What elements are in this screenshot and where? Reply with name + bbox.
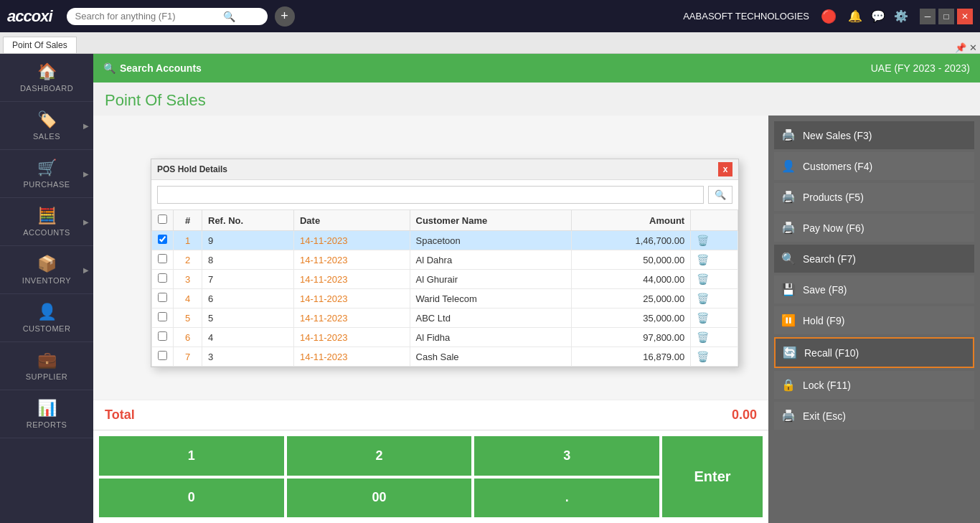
pos-hold-modal: POS Hold Details x 🔍 # bbox=[151, 159, 739, 367]
modal-close-button[interactable]: x bbox=[718, 162, 732, 176]
btn-label: New Sales (F3) bbox=[803, 130, 872, 141]
logo: accoxi bbox=[7, 7, 52, 26]
table-row[interactable]: 6 4 14-11-2023 Al Fidha 97,800.00 🗑️ bbox=[152, 328, 738, 347]
tab-close-button[interactable]: ✕ bbox=[969, 42, 977, 53]
add-button[interactable]: + bbox=[275, 6, 295, 27]
message-icon[interactable]: 💬 bbox=[871, 9, 885, 23]
row-delete-cell[interactable]: 🗑️ bbox=[691, 289, 738, 308]
row-checkbox[interactable] bbox=[158, 273, 167, 283]
search-f7-button[interactable]: 🔍Search (F7) bbox=[774, 245, 974, 273]
modal-title-bar: POS Hold Details x bbox=[151, 159, 738, 180]
delete-button[interactable]: 🗑️ bbox=[697, 235, 709, 246]
select-all-checkbox[interactable] bbox=[158, 215, 167, 224]
row-date: 14-11-2023 bbox=[293, 250, 410, 270]
modal-search-input[interactable] bbox=[157, 186, 704, 204]
table-row[interactable]: 4 6 14-11-2023 Warid Telecom 25,000.00 🗑… bbox=[152, 289, 738, 308]
row-checkbox[interactable] bbox=[158, 312, 167, 321]
notification-icon[interactable]: 🔔 bbox=[848, 9, 862, 23]
delete-button[interactable]: 🗑️ bbox=[697, 312, 709, 324]
lock-f11-button[interactable]: 🔒Lock (F11) bbox=[774, 371, 974, 399]
col-checkbox bbox=[152, 210, 174, 231]
btn-icon: 🖨️ bbox=[781, 128, 796, 142]
row-checkbox-cell[interactable] bbox=[152, 270, 174, 289]
row-checkbox[interactable] bbox=[158, 293, 167, 302]
save-f8-button[interactable]: 💾Save (F8) bbox=[774, 275, 974, 303]
sidebar-item-inventory[interactable]: 📦 INVENTORY ▶ bbox=[0, 246, 93, 294]
content-wrapper: 🔍 Search Accounts UAE (FY 2023 - 2023) P… bbox=[93, 54, 980, 523]
search-accounts-icon: 🔍 bbox=[103, 62, 116, 74]
row-checkbox-cell[interactable] bbox=[152, 289, 174, 308]
products-f5-button[interactable]: 🖨️Products (F5) bbox=[774, 183, 974, 211]
sidebar-icon: 💼 bbox=[37, 351, 57, 369]
recall-f10-button[interactable]: 🔄Recall (F10) bbox=[774, 337, 974, 368]
sidebar-label: ACCOUNTS bbox=[23, 228, 70, 237]
row-checkbox-cell[interactable] bbox=[152, 308, 174, 328]
row-delete-cell[interactable]: 🗑️ bbox=[691, 231, 738, 250]
row-delete-cell[interactable]: 🗑️ bbox=[691, 270, 738, 289]
modal-search-button[interactable]: 🔍 bbox=[708, 186, 732, 204]
numpad-key-3[interactable]: 3 bbox=[474, 436, 659, 476]
row-checkbox[interactable] bbox=[158, 235, 167, 244]
customers-f4-button[interactable]: 👤Customers (F4) bbox=[774, 152, 974, 180]
row-checkbox[interactable] bbox=[158, 254, 167, 263]
row-delete-cell[interactable]: 🗑️ bbox=[691, 308, 738, 328]
sidebar-item-accounts[interactable]: 🧮 ACCOUNTS ▶ bbox=[0, 198, 93, 246]
sidebar-item-sales[interactable]: 🏷️ SALES ▶ bbox=[0, 102, 93, 150]
row-checkbox-cell[interactable] bbox=[152, 328, 174, 347]
row-delete-cell[interactable]: 🗑️ bbox=[691, 250, 738, 270]
delete-button[interactable]: 🗑️ bbox=[697, 331, 709, 343]
row-delete-cell[interactable]: 🗑️ bbox=[691, 328, 738, 347]
numpad-key-dot[interactable]: . bbox=[474, 479, 659, 518]
numpad-key-1[interactable]: 1 bbox=[99, 436, 284, 476]
modal-search-row: 🔍 bbox=[151, 180, 738, 209]
close-button[interactable]: ✕ bbox=[957, 9, 973, 24]
numpad-key-0[interactable]: 0 bbox=[99, 479, 284, 518]
delete-button[interactable]: 🗑️ bbox=[697, 273, 709, 285]
row-checkbox-cell[interactable] bbox=[152, 347, 174, 367]
row-amount: 97,800.00 bbox=[572, 328, 691, 347]
row-checkbox[interactable] bbox=[158, 351, 167, 360]
numpad-key-2[interactable]: 2 bbox=[287, 436, 472, 476]
sidebar-item-reports[interactable]: 📊 REPORTS bbox=[0, 390, 93, 438]
sidebar-item-purchase[interactable]: 🛒 PURCHASE ▶ bbox=[0, 150, 93, 198]
col-amount: Amount bbox=[572, 210, 691, 231]
table-row[interactable]: 7 3 14-11-2023 Cash Sale 16,879.00 🗑️ bbox=[152, 347, 738, 367]
numpad-key-00[interactable]: 00 bbox=[287, 479, 472, 518]
row-delete-cell[interactable]: 🗑️ bbox=[691, 347, 738, 367]
sidebar-label: SALES bbox=[33, 132, 60, 141]
row-checkbox-cell[interactable] bbox=[152, 231, 174, 250]
delete-button[interactable]: 🗑️ bbox=[697, 351, 709, 362]
delete-button[interactable]: 🗑️ bbox=[697, 293, 709, 304]
page-title-bar: Point Of Sales bbox=[93, 83, 980, 116]
row-date: 14-11-2023 bbox=[293, 289, 410, 308]
table-row[interactable]: 1 9 14-11-2023 Spacetoon 1,46,700.00 🗑️ bbox=[152, 231, 738, 250]
btn-label: Customers (F4) bbox=[803, 161, 872, 172]
new-sales-f3-button[interactable]: 🖨️New Sales (F3) bbox=[774, 121, 974, 149]
pos-tab[interactable]: Point Of Sales bbox=[3, 37, 77, 53]
search-accounts-button[interactable]: 🔍 Search Accounts bbox=[103, 62, 202, 74]
pay-now-f6-button[interactable]: 🖨️Pay Now (F6) bbox=[774, 214, 974, 242]
settings-icon[interactable]: ⚙️ bbox=[894, 9, 908, 23]
search-bar[interactable]: 🔍 bbox=[67, 8, 268, 25]
btn-icon: 🔒 bbox=[781, 378, 796, 392]
table-row[interactable]: 3 7 14-11-2023 Al Ghurair 44,000.00 🗑️ bbox=[152, 270, 738, 289]
table-row[interactable]: 5 5 14-11-2023 ABC Ltd 35,000.00 🗑️ bbox=[152, 308, 738, 328]
sidebar-item-customer[interactable]: 👤 CUSTOMER bbox=[0, 294, 93, 342]
sidebar-item-dashboard[interactable]: 🏠 DASHBOARD bbox=[0, 54, 93, 102]
maximize-button[interactable]: □ bbox=[938, 9, 954, 24]
btn-label: Recall (F10) bbox=[804, 347, 859, 359]
col-date: Date bbox=[293, 210, 410, 231]
table-row[interactable]: 2 8 14-11-2023 Al Dahra 50,000.00 🗑️ bbox=[152, 250, 738, 270]
delete-button[interactable]: 🗑️ bbox=[697, 254, 709, 265]
enter-button[interactable]: Enter bbox=[662, 436, 763, 517]
company-name: AABASOFT TECHNOLOGIES bbox=[683, 11, 809, 22]
minimize-button[interactable]: ─ bbox=[920, 9, 936, 24]
row-checkbox-cell[interactable] bbox=[152, 250, 174, 270]
search-input[interactable] bbox=[75, 11, 219, 22]
exit-esc-button[interactable]: 🖨️Exit (Esc) bbox=[774, 402, 974, 430]
hold-f9-button[interactable]: ⏸️Hold (F9) bbox=[774, 306, 974, 334]
sidebar-arrow-icon: ▶ bbox=[83, 170, 89, 178]
sidebar-item-supplier[interactable]: 💼 SUPPLIER bbox=[0, 342, 93, 390]
tab-pin-button[interactable]: 📌 bbox=[955, 42, 966, 53]
row-checkbox[interactable] bbox=[158, 331, 167, 341]
